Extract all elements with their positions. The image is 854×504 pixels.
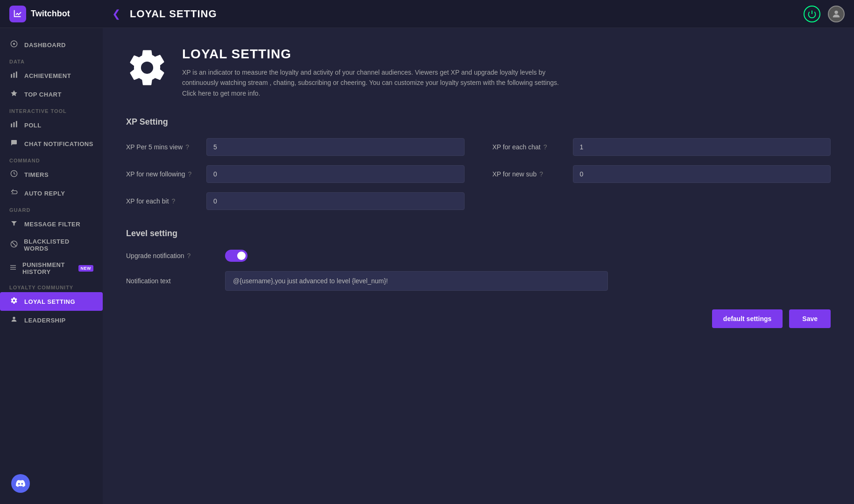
xp-section-title: XP Setting [126,117,831,127]
svg-rect-5 [16,71,17,77]
content-area: LOYAL SETTING XP is an indicator to meas… [103,28,854,504]
xp-each-bit-input[interactable] [206,192,465,210]
power-button[interactable] [804,6,820,22]
chat-notifications-icon [9,139,19,148]
page-gear-icon [126,47,168,91]
top-chart-icon [9,90,19,99]
default-settings-button[interactable]: default settings [712,309,783,328]
xp-each-bit-label: XP for each bit ? [126,197,201,205]
upgrade-notification-label: Upgrade notification ? [126,252,219,259]
new-badge: NEW [78,265,94,272]
sidebar-section-command: Command [0,153,103,165]
sidebar-item-poll[interactable]: POLL [0,116,103,134]
sidebar-section-interactive: Interactive tool [0,104,103,116]
sidebar-item-leadership[interactable]: LEADERSHIP [0,311,103,329]
svg-rect-8 [16,121,17,127]
achievement-icon [9,71,19,80]
help-icon-each-chat[interactable]: ? [543,143,547,151]
xp-new-following-input[interactable] [206,165,465,183]
sidebar-item-timers[interactable]: TIMERS [0,165,103,184]
page-title: LOYAL SETTING [130,8,804,20]
page-heading: LOYAL SETTING [182,47,565,62]
svg-rect-6 [11,124,12,127]
notification-text-label: Notification text [126,277,219,285]
loyal-setting-icon [9,297,19,306]
leadership-icon [9,315,19,325]
svg-line-12 [12,242,16,246]
topbar: Twitchbot ❮ LOYAL SETTING [0,0,854,28]
save-button[interactable]: Save [789,309,831,328]
sidebar-toggle[interactable]: ❮ [112,8,120,20]
sidebar-item-blacklisted-words[interactable]: BLACKLISTED WORDS [0,233,103,257]
upgrade-notification-row: Upgrade notification ? [126,250,831,262]
discord-button[interactable] [11,474,30,493]
sidebar-item-message-filter[interactable]: MESSAGE FILTER [0,215,103,233]
help-icon-new-following[interactable]: ? [188,170,192,178]
bottom-actions: default settings Save [126,309,831,328]
blacklisted-words-icon [9,240,18,250]
sidebar-item-chat-notifications[interactable]: CHAT NOTIFICATIONS [0,134,103,153]
sidebar-item-dashboard[interactable]: DASHBOARD [0,35,103,54]
message-filter-icon [9,219,19,229]
xp-per5mins-label: XP Per 5 mins view ? [126,143,201,151]
logo-icon [9,6,26,22]
svg-rect-4 [14,73,15,78]
punishment-history-icon [9,264,17,273]
xp-row-new-following: XP for new following ? [126,165,465,183]
sidebar-item-achievement[interactable]: ACHIEVEMENT [0,66,103,85]
auto-reply-icon [9,189,19,198]
sidebar-item-top-chart[interactable]: TOP CHART [0,85,103,104]
xp-per5mins-input[interactable] [206,138,465,156]
svg-point-16 [13,317,15,319]
sidebar-section-data: Data [0,54,103,66]
main-layout: DASHBOARD Data ACHIEVEMENT TOP CHART Int… [0,28,854,504]
xp-new-following-label: XP for new following ? [126,170,201,178]
xp-row-each-bit: XP for each bit ? [126,192,465,210]
xp-row-each-chat: XP for each chat ? [493,138,831,156]
sidebar-item-loyal-setting[interactable]: LOYAL SETTING [0,292,103,311]
logo: Twitchbot [9,6,112,22]
xp-new-sub-input[interactable] [573,165,831,183]
xp-each-chat-label: XP for each chat ? [493,143,567,151]
help-icon-per5mins[interactable]: ? [185,143,189,151]
help-icon-new-sub[interactable]: ? [539,170,543,178]
page-header: LOYAL SETTING XP is an indicator to meas… [126,47,831,98]
xp-row-new-sub: XP for new sub ? [493,165,831,183]
avatar[interactable] [828,6,845,22]
logo-text: Twitchbot [31,9,70,19]
level-section-title: Level setting [126,229,831,238]
xp-setting-section: XP Setting XP Per 5 mins view ? XP for e… [126,117,831,210]
svg-rect-7 [14,122,15,127]
sidebar: DASHBOARD Data ACHIEVEMENT TOP CHART Int… [0,28,103,504]
sidebar-section-guard: Guard [0,203,103,215]
svg-point-0 [834,10,838,14]
xp-row-per5mins: XP Per 5 mins view ? [126,138,465,156]
upgrade-notification-toggle[interactable] [225,250,247,262]
page-header-text: LOYAL SETTING XP is an indicator to meas… [182,47,565,98]
notification-text-input[interactable] [225,271,608,291]
help-icon-each-bit[interactable]: ? [172,197,176,205]
xp-new-sub-label: XP for new sub ? [493,170,567,178]
page-description: XP is an indicator to measure the loyalt… [182,67,565,98]
xp-grid: XP Per 5 mins view ? XP for each chat ? [126,138,831,210]
sidebar-section-loyalty: LOYALTY COMMUNITY [0,280,103,292]
help-icon-upgrade-notification[interactable]: ? [187,252,191,259]
level-setting-section: Level setting Upgrade notification ? Not… [126,229,831,291]
dashboard-icon [9,40,19,49]
svg-marker-10 [11,221,17,225]
sidebar-item-punishment-history[interactable]: PUNISHMENT HISTORY NEW [0,257,103,280]
sidebar-item-auto-reply[interactable]: AUTO REPLY [0,184,103,203]
xp-each-chat-input[interactable] [573,138,831,156]
poll-icon [9,120,19,130]
timers-icon [9,170,19,179]
topbar-right [804,6,845,22]
svg-rect-3 [11,74,12,78]
svg-point-2 [13,43,15,45]
notification-text-row: Notification text [126,271,831,291]
